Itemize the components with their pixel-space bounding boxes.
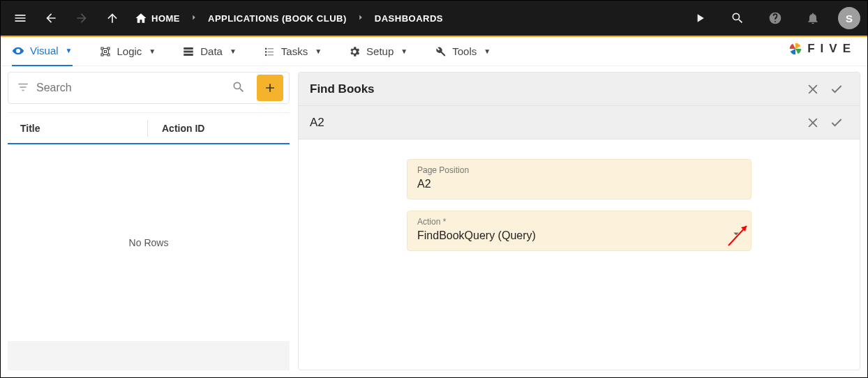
tab-visual-label: Visual [30, 45, 59, 56]
col-title[interactable]: Title [8, 123, 147, 134]
chevron-right-icon [184, 13, 204, 24]
tabbar: Visual ▼ Logic ▼ Data ▼ Tasks ▼ Setup ▼ … [1, 37, 867, 66]
help-icon[interactable] [763, 6, 788, 31]
tab-logic-label: Logic [117, 45, 142, 57]
field-action[interactable]: Action * FindBookQuery (Query) [407, 211, 751, 251]
breadcrumb: HOME APPLICATIONS (BOOK CLUB) DASHBOARDS [135, 12, 443, 24]
tab-tools-label: Tools [452, 45, 477, 57]
search-global-icon[interactable] [725, 6, 750, 31]
main-area: Title Action ID No Rows Find Books A2 [1, 66, 867, 377]
left-panel: Title Action ID No Rows [8, 72, 290, 370]
chevron-down-icon: ▼ [315, 47, 322, 55]
breadcrumb-home-label: HOME [151, 13, 180, 24]
table-header: Title Action ID [8, 112, 290, 143]
chevron-down-icon: ▼ [484, 47, 491, 55]
tab-setup-label: Setup [366, 45, 394, 57]
tab-tasks[interactable]: Tasks ▼ [263, 45, 322, 58]
tab-tasks-label: Tasks [281, 45, 308, 57]
search-input[interactable] [36, 82, 225, 94]
pinwheel-icon [788, 41, 803, 56]
chevron-down-icon[interactable] [730, 227, 742, 242]
chevron-down-icon: ▼ [149, 47, 156, 55]
bell-icon[interactable] [800, 6, 825, 31]
empty-rows-message: No Rows [8, 144, 290, 341]
tab-tools[interactable]: Tools ▼ [434, 45, 491, 58]
logo-text: FIVE [807, 42, 856, 56]
breadcrumb-home[interactable]: HOME [135, 12, 180, 24]
left-panel-footer [8, 341, 290, 370]
search-icon[interactable] [232, 80, 246, 96]
up-arrow-icon[interactable] [100, 6, 125, 31]
filter-icon[interactable] [17, 81, 29, 96]
panel-header-2: A2 [299, 106, 860, 139]
tab-data-label: Data [200, 45, 223, 57]
tab-visual[interactable]: Visual ▼ [12, 37, 73, 66]
breadcrumb-dash[interactable]: DASHBOARDS [375, 13, 443, 24]
add-button[interactable] [257, 75, 283, 101]
hamburger-icon[interactable] [8, 6, 33, 31]
tab-setup[interactable]: Setup ▼ [348, 45, 407, 58]
panel-title-1: Find Books [310, 82, 375, 96]
topbar: HOME APPLICATIONS (BOOK CLUB) DASHBOARDS… [1, 1, 867, 36]
field-action-value: FindBookQuery (Query) [417, 229, 741, 242]
chevron-down-icon: ▼ [66, 47, 73, 54]
check-icon[interactable] [825, 77, 848, 101]
form-area: Page Position A2 Action * FindBookQuery … [299, 139, 860, 370]
chevron-right-icon [351, 13, 371, 24]
logo: FIVE [788, 41, 856, 56]
panel-header-1: Find Books [299, 73, 860, 106]
back-arrow-icon[interactable] [38, 6, 63, 31]
avatar[interactable]: S [838, 7, 860, 29]
avatar-letter: S [846, 13, 853, 24]
chevron-down-icon: ▼ [401, 47, 407, 55]
col-action-id[interactable]: Action ID [148, 123, 204, 134]
field-page-position-value: A2 [417, 178, 741, 190]
breadcrumb-app[interactable]: APPLICATIONS (BOOK CLUB) [208, 13, 347, 24]
search-row [8, 72, 290, 104]
field-action-label: Action * [417, 217, 741, 227]
panel-title-2: A2 [310, 116, 324, 130]
tab-logic[interactable]: Logic ▼ [99, 45, 156, 58]
right-panel: Find Books A2 Page Position A2 [298, 72, 860, 370]
field-page-position-label: Page Position [417, 165, 741, 175]
tab-data[interactable]: Data ▼ [182, 45, 237, 58]
close-icon[interactable] [801, 77, 825, 101]
field-page-position[interactable]: Page Position A2 [407, 159, 751, 199]
play-icon[interactable] [687, 6, 712, 31]
check-icon[interactable] [825, 111, 848, 135]
chevron-down-icon: ▼ [230, 47, 237, 55]
forward-arrow-icon [69, 6, 94, 31]
close-icon[interactable] [801, 111, 825, 135]
